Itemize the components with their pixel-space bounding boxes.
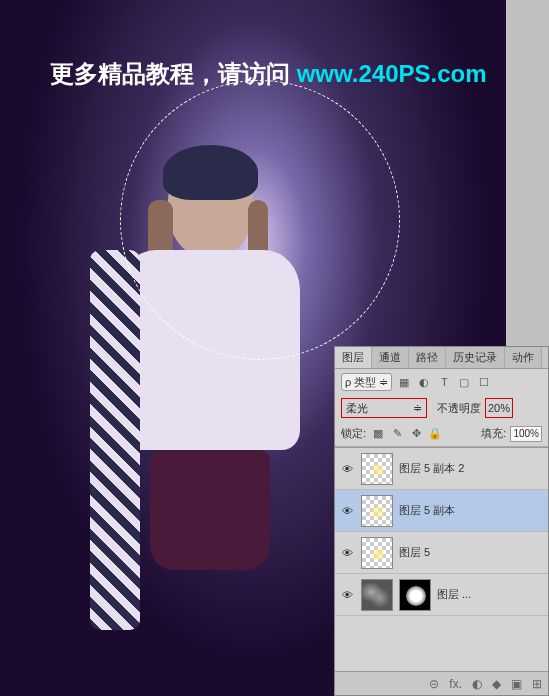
watermark-url: www.240PS.com: [297, 60, 487, 87]
filter-smart-icon[interactable]: ☐: [476, 374, 492, 390]
layer-thumbnail[interactable]: [361, 453, 393, 485]
lock-pixels-icon[interactable]: ▩: [370, 426, 386, 442]
layer-list: 👁 图层 5 副本 2 👁 图层 5 副本 👁 图层 5 👁 图层 ...: [335, 447, 548, 616]
layer-mask-thumbnail[interactable]: [399, 579, 431, 611]
panel-bottom-bar: ⊝ fx. ◐ ◆ ▣ ⊞: [335, 671, 548, 695]
chevron-down-icon: ≑: [413, 402, 422, 415]
fill-value: 100%: [513, 428, 539, 439]
new-layer-icon[interactable]: ⊞: [532, 677, 542, 691]
chevron-down-icon: ≑: [376, 376, 388, 389]
watermark: 更多精品教程，请访问 www.240PS.com: [50, 58, 487, 90]
filter-text-icon[interactable]: T: [436, 374, 452, 390]
layer-name[interactable]: 图层 5: [399, 545, 430, 560]
layer-thumbnail[interactable]: [361, 579, 393, 611]
filter-image-icon[interactable]: ▦: [396, 374, 412, 390]
lock-brush-icon[interactable]: ✎: [389, 426, 405, 442]
selection-marquee[interactable]: [120, 80, 400, 360]
lock-move-icon[interactable]: ✥: [408, 426, 424, 442]
figure-scarf: [90, 250, 140, 630]
visibility-icon[interactable]: 👁: [339, 461, 355, 477]
blend-row: 柔光 ≑ 不透明度 20%: [335, 395, 548, 421]
layer-name[interactable]: 图层 ...: [437, 587, 471, 602]
fill-label: 填充:: [481, 426, 506, 441]
filter-type-dropdown[interactable]: ρ 类型 ≑: [341, 373, 392, 391]
filter-label: 类型: [354, 375, 376, 390]
visibility-icon[interactable]: 👁: [339, 545, 355, 561]
lock-label: 锁定:: [341, 426, 366, 441]
visibility-icon[interactable]: 👁: [339, 503, 355, 519]
tab-channels[interactable]: 通道: [372, 347, 409, 368]
layer-row[interactable]: 👁 图层 5 副本: [335, 490, 548, 532]
layer-row[interactable]: 👁 图层 ...: [335, 574, 548, 616]
layer-name[interactable]: 图层 5 副本 2: [399, 461, 464, 476]
tab-paths[interactable]: 路径: [409, 347, 446, 368]
tab-layers[interactable]: 图层: [335, 347, 372, 368]
layer-row[interactable]: 👁 图层 5: [335, 532, 548, 574]
layer-thumbnail[interactable]: [361, 537, 393, 569]
link-layers-icon[interactable]: ⊝: [429, 677, 439, 691]
filter-shape-icon[interactable]: ▢: [456, 374, 472, 390]
blend-mode-dropdown[interactable]: 柔光 ≑: [341, 398, 427, 418]
filter-row: ρ 类型 ≑ ▦ ◐ T ▢ ☐: [335, 369, 548, 395]
lock-row: 锁定: ▩ ✎ ✥ 🔒 填充: 100%: [335, 421, 548, 447]
mask-icon[interactable]: ◐: [472, 677, 482, 691]
layer-name[interactable]: 图层 5 副本: [399, 503, 455, 518]
fx-icon[interactable]: fx.: [449, 677, 462, 691]
opacity-value-box[interactable]: 20%: [485, 398, 513, 418]
opacity-value: 20%: [488, 402, 510, 414]
panel-tabs: 图层 通道 路径 历史记录 动作: [335, 347, 548, 369]
layers-panel[interactable]: 图层 通道 路径 历史记录 动作 ρ 类型 ≑ ▦ ◐ T ▢ ☐ 柔光 ≑ 不…: [334, 346, 549, 696]
watermark-text: 更多精品教程，请访问: [50, 60, 290, 87]
group-icon[interactable]: ▣: [511, 677, 522, 691]
opacity-label: 不透明度: [437, 401, 481, 416]
layer-thumbnail[interactable]: [361, 495, 393, 527]
filter-adjust-icon[interactable]: ◐: [416, 374, 432, 390]
visibility-icon[interactable]: 👁: [339, 587, 355, 603]
tab-history[interactable]: 历史记录: [446, 347, 505, 368]
fill-value-box[interactable]: 100%: [510, 426, 542, 442]
blend-mode-value: 柔光: [346, 401, 368, 416]
adjustment-icon[interactable]: ◆: [492, 677, 501, 691]
lock-all-icon[interactable]: 🔒: [427, 426, 443, 442]
figure-skirt: [150, 450, 270, 570]
tab-actions[interactable]: 动作: [505, 347, 542, 368]
layer-row[interactable]: 👁 图层 5 副本 2: [335, 448, 548, 490]
filter-symbol: ρ: [345, 376, 351, 388]
